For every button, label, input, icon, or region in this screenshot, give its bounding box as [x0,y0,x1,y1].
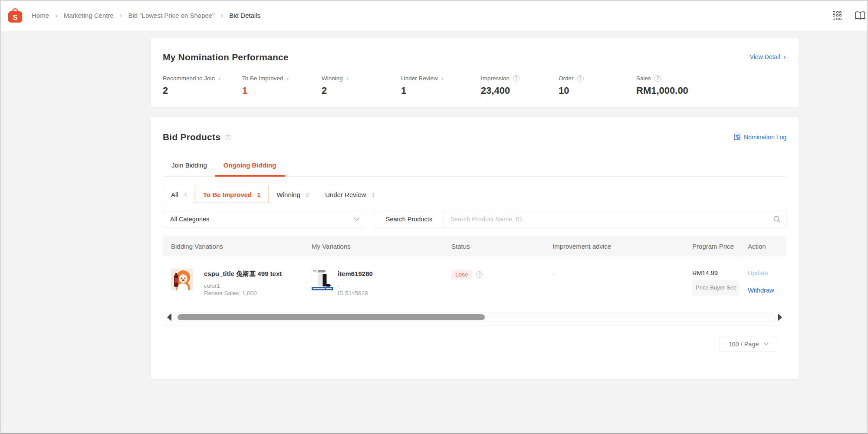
stat-to-be-improved[interactable]: To Be Improved› 1 [242,75,322,96]
stat-label: Sales [636,75,651,82]
col-program-price: Program Price [692,243,739,250]
stat-label: Order [559,75,574,82]
chevron-right-icon: › [287,75,289,82]
stat-value: 23,400 [481,85,559,96]
my-product-variation: - [338,283,373,289]
my-product-id: ID 5145628 [338,290,373,296]
price-note: Price Buyer See [692,280,739,296]
performance-title: My Nomination Performance [163,52,786,62]
breadcrumb-marketing-centre[interactable]: Marketing Centre [64,12,114,19]
horizontal-scrollbar [163,312,786,322]
filter-count: 4 [184,191,187,198]
chevron-right-icon: › [55,12,58,19]
apps-grid-icon[interactable] [833,11,842,20]
filter-label: Winning [277,191,300,198]
help-icon[interactable]: ? [577,75,584,82]
bid-products-title: Bid Products [163,132,220,142]
breadcrumb-current: Bid Details [229,12,260,19]
stat-impression: Impression? 23,400 [481,75,559,96]
status-filters: All4 To Be Improved1 Winning2 Under Revi… [163,186,383,203]
stat-winning[interactable]: Winning› 2 [322,75,401,96]
stat-label: Recommend to Join [163,75,215,82]
stat-value: 2 [322,85,401,96]
nomination-log-link[interactable]: Nomination Log [733,133,786,141]
svg-text:S: S [13,13,17,22]
stat-order: Order? 10 [559,75,636,96]
help-icon[interactable]: ? [476,271,483,278]
table-header: Bidding Variations My Variations Status … [163,236,786,256]
chevron-right-icon: › [346,75,349,82]
breadcrumb-home[interactable]: Home [32,12,49,19]
stat-value: 10 [559,85,636,96]
filter-count: 1 [371,191,375,198]
page-size-select[interactable]: 100 / Page [720,336,777,352]
main-content: My Nomination Performance View Detail › … [151,38,799,379]
stat-value: 2 [163,85,242,96]
stat-value: 1 [401,85,480,96]
shopee-logo[interactable]: S [8,8,23,23]
scroll-right-arrow[interactable] [778,313,782,321]
stat-recommend-to-join[interactable]: Recommend to Join› 2 [163,75,242,96]
scrollbar-track[interactable] [174,312,776,322]
chevron-right-icon: › [221,12,224,19]
chevron-right-icon: › [218,75,220,82]
table-row: cspu_title 兔斯基 499 text color1 Recent Sa… [163,256,786,302]
update-button[interactable]: Update [748,270,787,276]
topbar: S Home › Marketing Centre › Bid "Lowest … [0,0,868,31]
book-icon[interactable] [855,11,866,20]
log-icon [733,133,741,141]
col-action: Action [739,243,787,250]
chevron-right-icon: › [783,53,786,60]
stat-label: Impression [481,75,510,82]
topbar-icons [833,11,866,20]
bid-products-tabs: Join Bidding Ongoing Bidding [163,162,786,177]
breadcrumb: Home › Marketing Centre › Bid "Lowest Pr… [32,12,260,19]
breadcrumb-bid[interactable]: Bid "Lowest Price on Shopee" [128,12,214,19]
bidding-product-title: cspu_title 兔斯基 499 text [204,270,282,277]
filter-count: 2 [306,191,309,198]
filter-all[interactable]: All4 [163,186,195,203]
search-group: Search Products [374,211,786,227]
tab-ongoing-bidding[interactable]: Ongoing Bidding [224,162,276,176]
status-badge: Lose [451,270,472,279]
stat-value: 1 [242,85,322,96]
chevron-right-icon: › [441,75,444,82]
scrollbar-thumb[interactable] [178,314,485,320]
help-icon[interactable]: ? [654,75,661,82]
stat-sales: Sales? RM1,000.00 [636,75,714,96]
improvement-advice: - [552,270,692,277]
chevron-down-icon [354,217,359,221]
fixed-column-divider [739,236,739,310]
help-icon[interactable]: ? [225,134,231,140]
bid-products-card: Bid Products ? Nomination Log Join Biddi… [151,117,799,379]
chevron-down-icon [764,342,769,345]
search-input[interactable] [444,216,773,223]
filter-to-be-improved[interactable]: To Be Improved1 [195,186,269,203]
stat-label: Winning [322,75,343,82]
my-product-title: item619280 [338,270,373,277]
page-size-value: 100 / Page [728,341,759,348]
filter-label: Under Review [325,191,366,198]
category-select[interactable]: All Categories [163,211,364,227]
nomination-performance-card: My Nomination Performance View Detail › … [151,38,799,107]
col-bidding-variations: Bidding Variations [163,243,312,250]
performance-stats: Recommend to Join› 2 To Be Improved› 1 W… [163,75,786,98]
scroll-left-arrow[interactable] [167,313,171,321]
filter-count: 1 [257,191,260,198]
filter-label: All [171,191,178,198]
filter-label: To Be Improved [203,191,252,198]
view-detail-link[interactable]: View Detail › [750,53,786,60]
help-icon[interactable]: ? [513,75,519,82]
view-detail-label: View Detail [750,53,780,60]
filter-winning[interactable]: Winning2 [269,186,318,203]
filter-under-review[interactable]: Under Review1 [317,186,383,203]
col-improvement-advice: Improvement advice [552,243,692,250]
search-icon[interactable] [773,215,786,223]
stat-under-review[interactable]: Under Review› 1 [401,75,480,96]
withdraw-button[interactable]: Withdraw [748,287,787,294]
col-my-variations: My Variations [312,243,451,250]
stat-label: Under Review [401,75,438,82]
tab-join-bidding[interactable]: Join Bidding [171,162,207,176]
search-type-label[interactable]: Search Products [374,211,444,227]
category-select-value: All Categories [170,216,209,223]
